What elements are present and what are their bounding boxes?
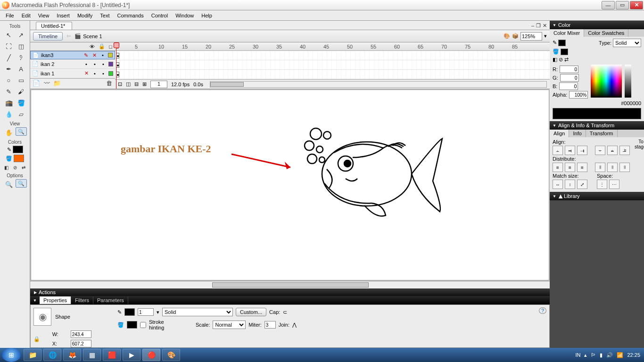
tab-parameters[interactable]: Parameters	[93, 296, 128, 304]
layer-dot-icon[interactable]: •	[91, 71, 98, 76]
color-panel-header[interactable]: Color	[550, 21, 644, 29]
oval-tool[interactable]: ○	[3, 75, 15, 85]
align-panel-header[interactable]: Align & Info & Transform	[550, 121, 644, 130]
menu-text[interactable]: Text	[96, 12, 113, 19]
taskbar-explorer[interactable]: 📁	[24, 349, 41, 361]
tab-align[interactable]: Align	[550, 130, 569, 137]
insert-motion-guide-button[interactable]: 〰	[42, 80, 51, 87]
layer-dot-icon[interactable]: •	[100, 61, 107, 67]
edit-scene-icon[interactable]: 🎨	[504, 33, 510, 39]
taskbar-paint[interactable]: 🎨	[162, 349, 180, 361]
zoom-in-option[interactable]: 🔍	[3, 179, 15, 189]
zoom-tool[interactable]: 🔍	[16, 127, 27, 136]
minimize-button[interactable]: —	[602, 1, 615, 9]
help-icon[interactable]: ?	[539, 307, 546, 314]
onion-skin-outlines-icon[interactable]: ⊟	[134, 81, 139, 87]
track-row[interactable]	[115, 60, 550, 70]
tray-show-hidden-icon[interactable]: ▴	[584, 352, 587, 358]
menu-control[interactable]: Control	[148, 12, 172, 19]
default-colors-button[interactable]: ◧	[3, 164, 10, 171]
align-bottom-button[interactable]: ⫡	[619, 146, 630, 155]
start-button[interactable]: ⊞	[2, 348, 21, 362]
menu-file[interactable]: File	[2, 12, 18, 19]
menu-window[interactable]: Window	[172, 12, 198, 19]
tab-filters[interactable]: Filters	[71, 296, 93, 304]
brush-tool[interactable]: 🖌	[16, 86, 27, 97]
distribute-right-button[interactable]: ⦀	[619, 163, 630, 172]
layer-x-icon[interactable]: ✕	[91, 52, 98, 58]
center-frame-icon[interactable]: ⊡	[118, 81, 122, 87]
layer-dot-icon[interactable]: •	[100, 71, 107, 76]
stroke-color-swatch[interactable]	[13, 146, 23, 153]
layer-row[interactable]: 📄 ikan 1 ✕ • •	[30, 69, 115, 78]
tray-battery-icon[interactable]: ▮	[600, 352, 603, 358]
onion-skin-icon[interactable]: ◫	[126, 81, 131, 87]
hand-tool[interactable]: ✋	[3, 127, 15, 138]
doc-minimize-button[interactable]: –	[531, 23, 534, 29]
stroke-width-dropdown[interactable]: ▾	[157, 309, 159, 315]
tray-language[interactable]: IN	[575, 352, 580, 358]
stroke-style-select[interactable]: Solid	[162, 308, 233, 316]
layer-x-icon[interactable]: ✕	[83, 70, 90, 76]
maximize-button[interactable]: ▭	[616, 1, 629, 9]
selection-tool[interactable]: ↖	[3, 30, 15, 40]
align-right-button[interactable]: ⫣	[577, 146, 587, 155]
timeline-tracks[interactable]: 1 5 10 15 20 25 30 35 40 45 50 55 60 65 …	[115, 42, 550, 89]
menu-view[interactable]: View	[34, 12, 53, 19]
custom-stroke-button[interactable]: Custom...	[236, 308, 266, 316]
insert-folder-button[interactable]: 📁	[53, 80, 61, 87]
layer-dot-icon[interactable]: •	[83, 61, 90, 67]
layer-color-swatch[interactable]	[108, 53, 113, 58]
miter-input[interactable]	[264, 321, 276, 329]
menu-modify[interactable]: Modify	[74, 12, 96, 19]
line-tool[interactable]: ╱	[3, 52, 15, 63]
distribute-vcenter-button[interactable]: ≡	[565, 163, 575, 172]
b-input[interactable]	[559, 82, 578, 90]
align-hcenter-button[interactable]: ⫤	[565, 146, 575, 155]
lock-wh-icon[interactable]: 🔒	[33, 336, 50, 342]
stroke-swatch[interactable]	[558, 40, 566, 46]
insert-layer-button[interactable]: 📄	[32, 80, 41, 87]
taskbar-app3[interactable]: ▶	[123, 349, 140, 361]
align-left-button[interactable]: ⫠	[553, 146, 563, 155]
tab-info[interactable]: Info	[569, 130, 586, 137]
stage-canvas[interactable]: gambar IKAN KE-2	[31, 90, 549, 280]
tray-network-icon[interactable]: 📶	[617, 352, 623, 358]
rectangle-tool[interactable]: ▭	[16, 75, 27, 85]
edit-symbols-icon[interactable]: 📦	[512, 33, 519, 39]
alpha-input[interactable]	[569, 91, 588, 99]
distribute-hcenter-button[interactable]: ⦀	[607, 163, 618, 172]
keyframe[interactable]	[116, 72, 119, 77]
layer-color-swatch[interactable]	[108, 62, 113, 66]
x-input[interactable]	[71, 340, 91, 347]
scale-select[interactable]: Normal	[213, 321, 246, 329]
stroke-swatch[interactable]	[124, 308, 135, 316]
zoom-input[interactable]	[520, 32, 542, 41]
document-tab[interactable]: Untitled-1*	[36, 22, 72, 30]
library-panel-header[interactable]: ▶Library	[550, 192, 644, 200]
menu-commands[interactable]: Commands	[113, 12, 147, 19]
back-arrow-icon[interactable]: ⇦	[66, 33, 71, 39]
actions-panel-header[interactable]: Actions	[30, 288, 550, 296]
taskbar-flash[interactable]: 🔴	[142, 349, 160, 361]
fill-swatch[interactable]	[127, 321, 137, 329]
tray-clock[interactable]: 22:25	[627, 352, 640, 358]
match-width-button[interactable]: ↔	[553, 180, 563, 189]
match-height-button[interactable]: ↕	[565, 180, 575, 189]
stroke-hinting-checkbox[interactable]	[140, 322, 146, 328]
menu-insert[interactable]: Insert	[53, 12, 74, 19]
menu-help[interactable]: Help	[198, 12, 216, 19]
tray-volume-icon[interactable]: 🔊	[606, 352, 613, 358]
timeline-scrollbar-thumb[interactable]	[210, 82, 244, 87]
tab-properties[interactable]: Properties	[40, 296, 71, 304]
tab-transform[interactable]: Transform	[586, 130, 618, 137]
ink-bottle-tool[interactable]: 🕋	[3, 98, 15, 108]
match-both-button[interactable]: ⤢	[577, 180, 587, 189]
join-style-icon[interactable]: ⋀	[292, 322, 297, 328]
taskbar-firefox[interactable]: 🦊	[63, 349, 81, 361]
subselection-tool[interactable]: ↗	[16, 30, 27, 40]
keyframe[interactable]	[116, 62, 119, 68]
align-top-button[interactable]: ⫟	[595, 146, 605, 155]
g-input[interactable]	[560, 74, 579, 82]
free-transform-tool[interactable]: ⛶	[3, 41, 15, 51]
